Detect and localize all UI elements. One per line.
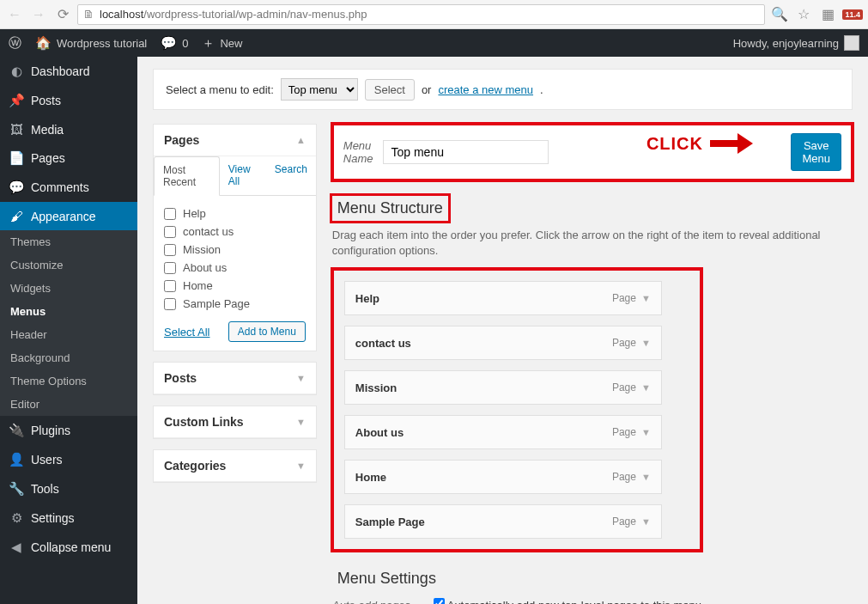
menu-item[interactable]: HelpPage ▼	[344, 281, 662, 315]
sidebar-item-posts[interactable]: 📌Posts	[0, 86, 137, 115]
auto-add-checkbox[interactable]	[434, 598, 445, 604]
sidebar-sub-customize[interactable]: Customize	[0, 253, 137, 277]
menu-item-type: Page ▼	[612, 381, 651, 394]
forward-button[interactable]: →	[29, 5, 48, 24]
new-link[interactable]: ＋New	[202, 35, 242, 52]
create-menu-link[interactable]: create a new menu	[438, 83, 533, 96]
collapse-icon: ◀	[9, 540, 24, 555]
menu-item-title: Mission	[355, 381, 397, 394]
page-option[interactable]: Home	[164, 277, 306, 295]
page-checkbox[interactable]	[164, 226, 176, 238]
chevron-down-icon[interactable]: ▼	[641, 382, 651, 393]
page-checkbox[interactable]	[164, 244, 176, 256]
account-link[interactable]: Howdy, enjoylearning	[733, 35, 859, 51]
page-checkbox[interactable]	[164, 208, 176, 220]
menu-item[interactable]: Sample PagePage ▼	[344, 504, 662, 539]
accordion-custom-links[interactable]: Custom Links▼	[154, 406, 316, 438]
chevron-down-icon[interactable]: ▼	[641, 293, 651, 303]
collapse-menu[interactable]: ◀Collapse menu	[0, 533, 137, 562]
page-checkbox[interactable]	[164, 280, 176, 292]
chevron-down-icon[interactable]: ▼	[641, 427, 651, 437]
sidebar-item-media[interactable]: 🖼Media	[0, 115, 137, 143]
extension-badge[interactable]: 11.4	[842, 9, 863, 20]
chevron-down-icon[interactable]: ▼	[641, 516, 651, 527]
back-button[interactable]: ←	[5, 5, 24, 24]
sidebar-label: Appearance	[31, 210, 96, 223]
sidebar-item-users[interactable]: 👤Users	[0, 445, 137, 474]
admin-sidebar: ◐Dashboard📌Posts🖼Media📄Pages💬Comments🖌Ap…	[0, 57, 137, 604]
accordion-title: Posts	[164, 371, 197, 385]
arrow-icon	[710, 131, 753, 156]
page-checkbox[interactable]	[164, 298, 176, 310]
sidebar-icon: 🔧	[9, 481, 24, 497]
svg-rect-0	[710, 140, 737, 147]
sidebar-sub-themes[interactable]: Themes	[0, 230, 137, 253]
main-content: Select a menu to edit: Top menu Select o…	[137, 57, 868, 604]
menu-item-title: Sample Page	[355, 516, 425, 528]
sidebar-item-plugins[interactable]: 🔌Plugins	[0, 416, 137, 445]
menu-select[interactable]: Top menu	[281, 78, 358, 101]
sidebar-icon: 🖌	[9, 209, 24, 223]
menu-item[interactable]: HomePage ▼	[344, 460, 662, 494]
sidebar-sub-theme-options[interactable]: Theme Options	[0, 369, 137, 393]
sidebar-item-appearance[interactable]: 🖌Appearance	[0, 202, 137, 230]
menu-header-row: Menu Name CLICK Save Menu	[332, 124, 853, 180]
star-icon[interactable]: ☆	[794, 5, 813, 24]
sidebar-item-dashboard[interactable]: ◐Dashboard	[0, 57, 137, 86]
menu-item[interactable]: contact usPage ▼	[344, 326, 662, 360]
comments-link[interactable]: 💬0	[161, 35, 188, 51]
chevron-down-icon[interactable]: ▼	[641, 472, 651, 482]
tab-search[interactable]: Search	[266, 156, 316, 195]
pages-box-header[interactable]: Pages ▲	[154, 125, 316, 156]
zoom-icon[interactable]: 🔍	[770, 5, 789, 24]
add-to-menu-button[interactable]: Add to Menu	[228, 321, 306, 342]
sidebar-item-comments[interactable]: 💬Comments	[0, 173, 137, 202]
page-checkbox[interactable]	[164, 262, 176, 274]
sidebar-sub-header[interactable]: Header	[0, 323, 137, 346]
sidebar-icon: 📌	[9, 93, 24, 108]
chevron-down-icon: ▼	[296, 373, 306, 383]
greeting: Howdy, enjoylearning	[733, 37, 839, 50]
sidebar-icon: 🔌	[9, 423, 24, 438]
menu-item[interactable]: MissionPage ▼	[344, 370, 662, 405]
sidebar-label: Plugins	[31, 424, 70, 437]
select-all-link[interactable]: Select All	[164, 326, 209, 339]
extension-icon[interactable]: ▦	[818, 5, 837, 24]
chevron-down-icon[interactable]: ▼	[641, 338, 651, 348]
reload-button[interactable]: ⟳	[53, 5, 72, 24]
menu-name-label: Menu Name	[343, 139, 373, 165]
menu-item-type: Page ▼	[612, 337, 651, 349]
auto-add-label: Auto add pages	[332, 599, 418, 604]
address-bar[interactable]: 🗎 localhost/wordpress-tutorial/wp-admin/…	[77, 4, 765, 25]
sidebar-item-tools[interactable]: 🔧Tools	[0, 474, 137, 503]
site-link[interactable]: 🏠Wordpress tutorial	[35, 35, 147, 51]
page-option[interactable]: Sample Page	[164, 295, 306, 313]
wp-logo[interactable]: ⓦ	[9, 35, 21, 52]
page-label: Help	[183, 207, 206, 220]
menu-name-input[interactable]	[383, 140, 549, 164]
sidebar-label: Media	[31, 123, 64, 137]
menu-item-title: Help	[355, 292, 379, 305]
save-menu-button[interactable]: Save Menu	[791, 133, 841, 171]
select-button[interactable]: Select	[365, 79, 415, 101]
accordion-categories[interactable]: Categories▼	[154, 450, 316, 482]
page-option[interactable]: Mission	[164, 241, 306, 259]
auto-add-row: Auto add pages Automatically add new top…	[332, 598, 853, 604]
sidebar-item-settings[interactable]: ⚙Settings	[0, 503, 137, 533]
auto-add-option[interactable]: Automatically add new top-level pages to…	[434, 598, 701, 604]
sidebar-sub-menus[interactable]: Menus	[0, 300, 137, 323]
sidebar-item-pages[interactable]: 📄Pages	[0, 143, 137, 173]
tab-view-all[interactable]: View All	[220, 156, 266, 195]
sidebar-sub-editor[interactable]: Editor	[0, 393, 137, 416]
accordion-posts[interactable]: Posts▼	[154, 363, 316, 394]
or-label: or	[422, 83, 432, 96]
page-option[interactable]: Help	[164, 204, 306, 223]
page-option[interactable]: contact us	[164, 223, 306, 241]
pages-box-title: Pages	[164, 133, 199, 147]
menu-item[interactable]: About usPage ▼	[344, 415, 662, 449]
tab-most-recent[interactable]: Most Recent	[154, 156, 220, 196]
sidebar-icon: ⚙	[9, 510, 24, 526]
sidebar-sub-background[interactable]: Background	[0, 346, 137, 369]
page-option[interactable]: About us	[164, 259, 306, 277]
sidebar-sub-widgets[interactable]: Widgets	[0, 277, 137, 300]
